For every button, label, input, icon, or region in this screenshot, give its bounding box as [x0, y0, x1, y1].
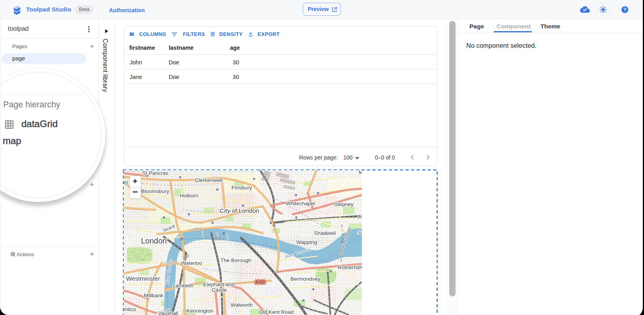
svg-text:Waterloo: Waterloo: [181, 260, 202, 266]
svg-text:Sal: Sal: [358, 230, 362, 235]
svg-text:City of London: City of London: [220, 207, 259, 214]
svg-text:Bloomsbury: Bloomsbury: [141, 188, 169, 194]
svg-text:Holborn: Holborn: [180, 193, 198, 199]
svg-text:Kennington: Kennington: [186, 308, 213, 314]
svg-text:Westminster: Westminster: [126, 275, 160, 282]
svg-text:Stepney: Stepney: [334, 201, 354, 207]
svg-text:London: London: [141, 236, 167, 245]
svg-text:?: ?: [623, 7, 626, 12]
svg-text:Wapping: Wapping: [296, 239, 317, 245]
svg-text:Lim: Lim: [358, 214, 362, 219]
svg-text:Castle: Castle: [212, 287, 227, 293]
svg-text:Shadwell: Shadwell: [314, 230, 336, 236]
svg-text:Rotherhithe: Rotherhithe: [338, 264, 362, 270]
svg-text:Millbank: Millbank: [144, 292, 164, 298]
svg-text:A100: A100: [256, 280, 265, 284]
svg-text:itz: itz: [124, 180, 128, 186]
svg-text:mlico: mlico: [124, 306, 136, 312]
svg-text:Walworth: Walworth: [231, 302, 253, 308]
svg-text:St Pancras: St Pancras: [142, 170, 168, 176]
svg-text:The Borough: The Borough: [220, 257, 251, 263]
svg-text:Old Kent Road: Old Kent Road: [259, 309, 294, 315]
svg-text:Lambeth: Lambeth: [173, 283, 194, 289]
svg-text:M: M: [359, 170, 362, 175]
svg-text:Finsbury: Finsbury: [232, 185, 252, 191]
svg-text:Whitechapel: Whitechapel: [286, 201, 315, 206]
svg-text:Clerkenwell: Clerkenwell: [195, 177, 222, 183]
svg-text:Bermondsey: Bermondsey: [290, 276, 320, 282]
svg-text:Elephant and: Elephant and: [203, 281, 235, 287]
svg-text:Vauxhall: Vauxhall: [158, 310, 178, 315]
